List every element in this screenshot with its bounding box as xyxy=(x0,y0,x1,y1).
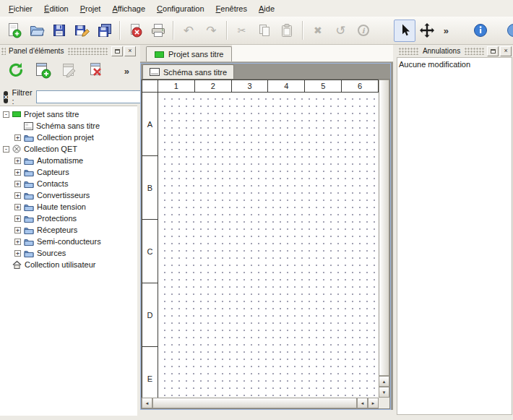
collapse-expander-icon[interactable]: - xyxy=(3,111,9,118)
expand-expander-icon[interactable]: + xyxy=(14,239,21,245)
tree-item-schema[interactable]: Schéma sans titre xyxy=(0,120,137,132)
tree-item-label: Collection QET xyxy=(24,145,77,153)
tab-project[interactable]: Projet sans titre xyxy=(146,46,232,61)
cut-button[interactable]: ✂ xyxy=(231,20,253,42)
redo-button[interactable]: ↷ xyxy=(200,20,222,42)
schema-icon xyxy=(24,122,33,130)
column-header: 1 xyxy=(158,80,195,93)
close-file-button[interactable] xyxy=(124,20,146,42)
tree-item-haute-tension[interactable]: + Haute tension xyxy=(0,201,137,213)
undo-panel-title: Annulations xyxy=(420,47,463,55)
reload-collections-button[interactable] xyxy=(6,61,26,81)
tree-item-semi-conducteurs[interactable]: + Semi-conducteurs xyxy=(0,236,137,247)
print-button[interactable] xyxy=(147,20,168,42)
menu-fichier[interactable]: Fichier xyxy=(3,2,38,15)
tab-schema[interactable]: Schéma sans titre xyxy=(142,64,234,79)
clear-filter-button[interactable] xyxy=(4,91,8,103)
save-all-button[interactable] xyxy=(94,20,116,42)
menu-edition[interactable]: Édition xyxy=(38,2,74,15)
menu-fenetres[interactable]: Fenêtres xyxy=(210,2,253,15)
close-dock-button[interactable]: × xyxy=(500,46,512,56)
printer-icon xyxy=(150,22,166,38)
scroll-left-button[interactable]: ◄ xyxy=(142,398,152,408)
expand-expander-icon[interactable]: + xyxy=(14,134,21,141)
float-dock-button[interactable] xyxy=(111,46,123,56)
new-element-button[interactable] xyxy=(33,61,53,81)
close-dock-button[interactable]: × xyxy=(124,46,136,56)
tree-item-label: Semi-conducteurs xyxy=(37,237,101,246)
element-info-button[interactable]: i xyxy=(352,20,374,42)
tree-item-label: Collection utilisateur xyxy=(25,260,95,269)
schema-tab-label: Schéma sans titre xyxy=(163,68,227,77)
collapse-expander-icon[interactable]: - xyxy=(3,146,9,153)
move-mode-button[interactable] xyxy=(416,20,438,42)
folder-icon xyxy=(24,226,34,234)
tree-item-protections[interactable]: + Protections xyxy=(0,213,137,224)
tree-item-collection-projet[interactable]: + Collection projet xyxy=(0,132,137,143)
save-all-icon xyxy=(97,22,113,38)
vertical-scroll-thumb[interactable] xyxy=(379,80,389,376)
undo-button[interactable]: ↶ xyxy=(178,20,199,42)
save-as-button[interactable] xyxy=(71,20,92,42)
tree-item-label: Récepteurs xyxy=(37,226,77,234)
tree-item-capteurs[interactable]: + Capteurs xyxy=(0,166,137,178)
tree-item-convertisseurs[interactable]: + Convertisseurs xyxy=(0,189,137,201)
delete-button[interactable]: ✖ xyxy=(307,20,329,42)
expand-expander-icon[interactable]: + xyxy=(14,158,21,164)
tree-item-project[interactable]: - Projet sans titre xyxy=(0,108,137,120)
expand-expander-icon[interactable]: + xyxy=(14,227,21,233)
scroll-right-button[interactable]: ► xyxy=(368,398,379,408)
menu-configuration[interactable]: Configuration xyxy=(151,2,210,15)
tree-item-label: Contacts xyxy=(37,179,68,188)
elements-panel-titlebar[interactable]: Panel d'éléments × xyxy=(0,45,137,57)
tree-item-sources[interactable]: + Sources xyxy=(0,247,137,259)
copy-icon xyxy=(256,22,272,38)
expand-expander-icon[interactable]: + xyxy=(14,250,21,257)
save-as-icon xyxy=(74,22,90,38)
schema-tab-bar: Schéma sans titre xyxy=(141,64,390,79)
expand-expander-icon[interactable]: + xyxy=(14,169,21,176)
tree-item-contacts[interactable]: + Contacts xyxy=(0,178,137,189)
open-project-button[interactable] xyxy=(25,20,47,42)
horizontal-scroll-thumb[interactable] xyxy=(152,398,357,408)
save-button[interactable] xyxy=(48,20,70,42)
chevron-right-icon[interactable]: » xyxy=(122,66,132,77)
filter-row: Filtrer : xyxy=(0,88,137,106)
partially-visible-button[interactable] xyxy=(503,20,513,42)
delete-element-button[interactable] xyxy=(86,61,106,81)
tree-item-collection-utilisateur[interactable]: Collection utilisateur xyxy=(0,259,137,270)
scroll-down-button[interactable]: ▼ xyxy=(379,387,389,398)
paste-button[interactable] xyxy=(276,20,298,42)
expand-expander-icon[interactable]: + xyxy=(14,215,21,222)
filter-input[interactable] xyxy=(36,90,145,103)
about-button[interactable] xyxy=(470,20,491,42)
toolbar-overflow-button[interactable]: » xyxy=(439,20,454,42)
vertical-scrollbar[interactable]: ▲ ▼ xyxy=(379,80,389,398)
new-project-button[interactable] xyxy=(3,20,25,42)
expand-expander-icon[interactable]: + xyxy=(14,204,21,210)
scroll-left-button[interactable]: ◄ xyxy=(357,398,368,408)
float-dock-button[interactable] xyxy=(487,46,499,56)
select-mode-button[interactable] xyxy=(394,20,415,42)
undo-history-item[interactable]: Aucune modification xyxy=(399,59,510,69)
expand-expander-icon[interactable]: + xyxy=(14,192,21,199)
dock-grip xyxy=(465,48,484,55)
menu-affichage[interactable]: Affichage xyxy=(106,2,151,15)
rotate-button[interactable]: ↺ xyxy=(329,20,351,42)
arrow-left-icon: ◄ xyxy=(145,401,150,406)
folder-icon xyxy=(24,157,34,165)
toolbar-separator xyxy=(302,21,303,40)
edit-element-button[interactable] xyxy=(59,61,79,81)
dot-grid-canvas[interactable] xyxy=(158,93,379,398)
menu-projet[interactable]: Projet xyxy=(74,2,107,15)
menu-aide[interactable]: Aide xyxy=(253,2,280,15)
copy-button[interactable] xyxy=(254,20,275,42)
schema-canvas-viewport[interactable]: 1 2 3 4 5 6 A B C D E xyxy=(142,80,379,398)
tree-item-automatisme[interactable]: + Automatisme xyxy=(0,155,137,166)
expand-expander-icon[interactable]: + xyxy=(14,181,21,187)
tree-item-collection-qet[interactable]: - Collection QET xyxy=(0,143,137,155)
tree-item-recepteurs[interactable]: + Récepteurs xyxy=(0,224,137,236)
undo-panel-titlebar[interactable]: Annulations × xyxy=(396,45,513,57)
horizontal-scrollbar[interactable]: ◄ ◄ ► xyxy=(142,398,379,408)
scroll-up-button[interactable]: ▲ xyxy=(379,376,389,387)
